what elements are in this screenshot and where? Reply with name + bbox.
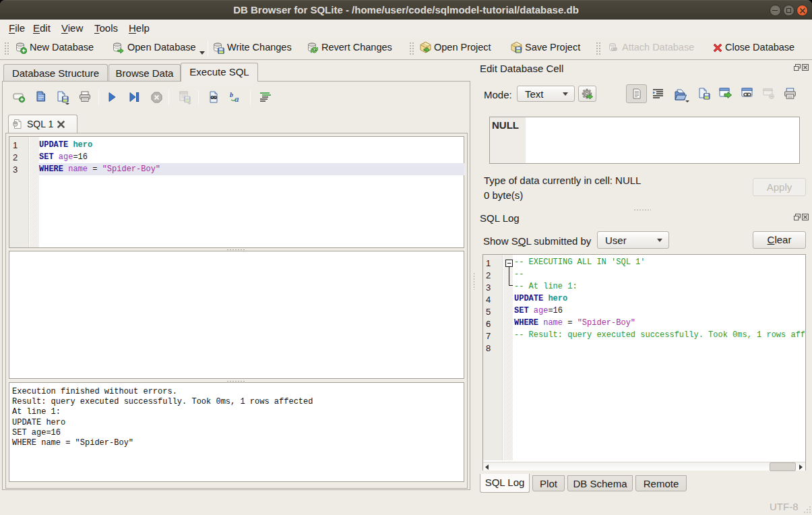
svg-text:b: b bbox=[230, 91, 233, 98]
svg-text:a: a bbox=[235, 94, 239, 103]
